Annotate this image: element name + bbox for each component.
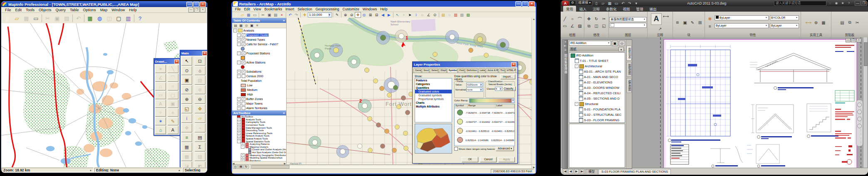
- status-selecting[interactable]: Selecting: [183, 168, 207, 172]
- python-window-button[interactable]: ▧: [459, 12, 465, 18]
- toolbox-item[interactable]: Hot Spot Analysis (Getis-Ord Gi*): [232, 151, 286, 154]
- drag-map-window-tool[interactable]: ✥: [181, 123, 192, 132]
- toc-item[interactable]: Low: [232, 83, 286, 88]
- save-document-button[interactable]: ▦: [245, 12, 252, 18]
- toc-item[interactable]: [232, 65, 286, 69]
- menu-bookmarks[interactable]: Bookmarks: [263, 7, 284, 11]
- value-dropdown[interactable]: GiZScore▼: [466, 83, 483, 87]
- show-item[interactable]: Multiple Attributes: [415, 105, 452, 108]
- arctoolbox-titlebar[interactable]: ArcToolbox ×: [232, 110, 286, 115]
- object-color-dropdown[interactable]: ByLayer▼: [715, 15, 769, 20]
- save-button[interactable]: ▦: [606, 0, 613, 6]
- new-table-button[interactable]: ▯: [2, 14, 12, 23]
- show-item[interactable]: Charts: [415, 101, 452, 105]
- go-to-xy-button[interactable]: ⊙: [432, 12, 438, 18]
- menu-help[interactable]: Help: [127, 8, 139, 12]
- clip-region-onoff-button[interactable]: ◩: [195, 161, 205, 167]
- menu-windows[interactable]: Windows: [361, 7, 378, 11]
- menu-selection[interactable]: Selection: [296, 7, 314, 11]
- create-block-tool[interactable]: ▣: [682, 20, 688, 26]
- menu-tools[interactable]: Tools: [24, 8, 37, 12]
- undo-button[interactable]: ↶: [287, 12, 293, 18]
- measure-tool[interactable]: ∠: [425, 12, 432, 18]
- text-tool[interactable]: A: [155, 100, 166, 108]
- dialog-tab-fields[interactable]: Fields: [458, 68, 465, 73]
- assign-selected-objects-button[interactable]: ▨: [195, 152, 205, 161]
- sheet-item[interactable]: AS-01 - ARCH SITE PLAN: [569, 69, 625, 74]
- menu-customize[interactable]: Customize: [341, 7, 361, 11]
- new-sheet-button[interactable]: ▣: [612, 41, 618, 46]
- menu-file[interactable]: File: [233, 7, 242, 11]
- print-button[interactable]: ▭: [31, 14, 41, 23]
- application-menu-button[interactable]: A: [562, 1, 569, 6]
- show-item[interactable]: Features: [415, 78, 452, 82]
- identify-tool[interactable]: i: [413, 12, 419, 18]
- zoom-out-tool[interactable]: ⊖: [349, 12, 355, 18]
- col-range[interactable]: Range: [467, 104, 495, 108]
- ellipse-tool[interactable]: ○: [168, 82, 178, 90]
- list-by-source-button[interactable]: ▦: [238, 23, 244, 28]
- toc-titlebar[interactable]: Table Of Contents ×: [232, 18, 286, 23]
- toolbox-item[interactable]: +Modeling Spatial Relationships: [232, 156, 286, 159]
- circle-tool[interactable]: ○: [569, 16, 576, 22]
- go-forward-extent-button[interactable]: ▶: [386, 12, 392, 18]
- panel-label-properties[interactable]: 特性: [705, 33, 801, 37]
- close-icon[interactable]: ×: [283, 19, 285, 22]
- color-ramp-dropdown[interactable]: ▼: [469, 98, 515, 103]
- leader-tool[interactable]: ↗: [657, 26, 663, 32]
- menu-view[interactable]: View: [252, 7, 262, 11]
- dialog-titlebar[interactable]: Layer Properties ×: [413, 62, 517, 67]
- paste-tool[interactable]: ▤: [839, 20, 846, 26]
- class-row[interactable]: -3.694737 - -0.910462-3.694737 - -0.9104…: [455, 117, 514, 127]
- drawing-vscrollbar[interactable]: [863, 37, 867, 168]
- lineweight-dropdown[interactable]: ByLayer▼: [715, 23, 769, 28]
- class-row[interactable]: 0.825514 - 2.0439860.825514 - 2.043986: [455, 136, 514, 145]
- region-style-button[interactable]: ⌂: [155, 126, 166, 134]
- panel-label-utilities[interactable]: 实用工具: [801, 33, 831, 37]
- multiline-text-tool[interactable]: A: [651, 13, 662, 25]
- search-window-button[interactable]: ◌: [446, 12, 453, 18]
- measure-tool[interactable]: ⟷: [805, 20, 812, 26]
- mdi-close-button[interactable]: ×: [856, 38, 861, 42]
- next-tab-button[interactable]: ▶: [574, 169, 579, 174]
- add-data-button[interactable]: ✚: [302, 12, 308, 18]
- toc-item[interactable]: +✓Substations: [232, 69, 286, 74]
- mdi-restore-button[interactable]: ❐: [194, 7, 200, 12]
- toc-item[interactable]: −Census 2000: [232, 74, 286, 78]
- toc-item[interactable]: High: [232, 92, 286, 97]
- frame-tool[interactable]: ▣: [168, 100, 178, 108]
- toolbox-item[interactable]: Cluster and Outlier Analysis (Anselin...…: [232, 148, 286, 151]
- close-icon[interactable]: ×: [283, 111, 285, 115]
- radius-select-tool[interactable]: ⊙: [181, 66, 192, 75]
- close-icon[interactable]: ×: [202, 51, 207, 56]
- open-table-button[interactable]: ▱: [12, 14, 22, 23]
- new-mapper-button[interactable]: ◍: [95, 14, 104, 23]
- show-item[interactable]: Proportional symbols: [415, 97, 452, 101]
- status-editing[interactable]: Editing: None▲: [94, 168, 182, 172]
- set-target-district-button[interactable]: ▩: [181, 152, 192, 161]
- layout-view-button[interactable]: ▤: [238, 165, 243, 169]
- toc-item[interactable]: +✓Buffer Zones: [232, 97, 286, 101]
- rotate-tool[interactable]: ↻: [593, 16, 600, 22]
- quick-select-tool[interactable]: ⊚: [813, 20, 819, 26]
- mapinfo-titlebar[interactable]: MapInfo Professional - [TOWN,STREET,WATE…: [1, 1, 207, 7]
- line-tool[interactable]: ╱: [561, 16, 568, 22]
- copy-button[interactable]: ▣: [52, 14, 62, 23]
- select-features-tool[interactable]: ↖: [394, 12, 401, 18]
- model-tab[interactable]: 模型: [586, 169, 598, 174]
- cut-button[interactable]: ✂: [260, 12, 266, 18]
- boundary-select-tool[interactable]: ▣: [181, 76, 192, 85]
- close-icon[interactable]: ×: [511, 62, 516, 67]
- dialog-tab-general[interactable]: General: [413, 68, 421, 73]
- fixed-zoom-in-button[interactable]: ⊞: [367, 12, 373, 18]
- symbol-style-button[interactable]: ✶: [155, 117, 166, 125]
- mirror-tool[interactable]: ◫: [593, 23, 600, 29]
- polyline-tool[interactable]: ∠: [155, 73, 166, 82]
- toc-item[interactable]: −✓Proposed Stations: [232, 51, 286, 56]
- ribbon-tab-1[interactable]: 插入: [576, 6, 589, 12]
- panel-label-layers[interactable]: 图层: [609, 33, 647, 37]
- pan-tool[interactable]: ✥: [195, 104, 205, 113]
- drawing-palette-titlebar[interactable]: Drawi... ×: [154, 59, 180, 64]
- symbol-tool[interactable]: ✶: [155, 65, 166, 73]
- toc-item[interactable]: −Analysis: [232, 28, 286, 33]
